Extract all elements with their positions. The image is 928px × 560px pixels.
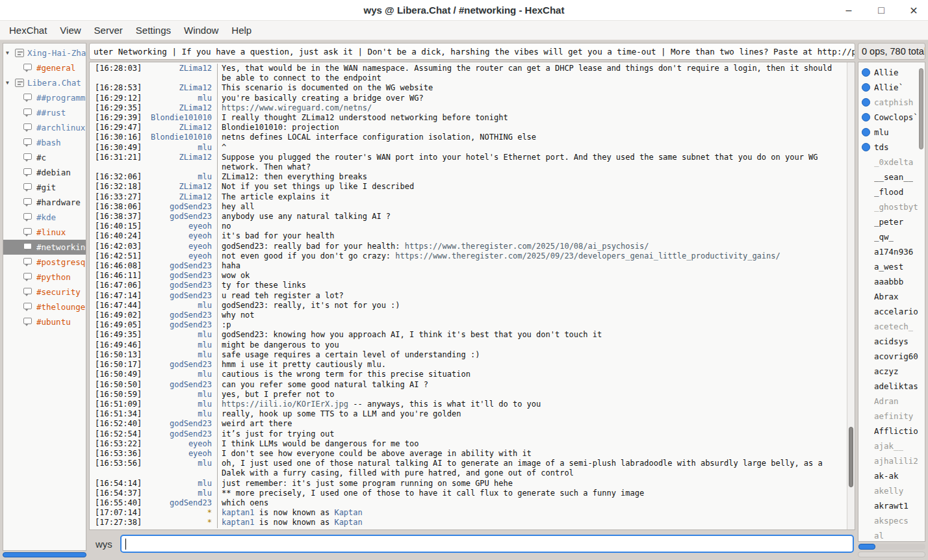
tree-channel--rust[interactable]: ##rust: [3, 105, 86, 120]
tree-channel--linux[interactable]: #linux: [3, 225, 86, 240]
tree-channel--archlinux[interactable]: #archlinux: [3, 120, 86, 135]
channel-icon: [23, 272, 33, 282]
menu-item-hexchat[interactable]: HexChat: [3, 22, 53, 38]
menu-item-view[interactable]: View: [53, 22, 87, 38]
user-list-item[interactable]: aaabbb: [858, 274, 925, 289]
chat-message-row: [16:52:40]godSend23weird art there: [90, 419, 847, 429]
user-list-item[interactable]: _ghostbyt: [858, 199, 925, 214]
user-list-item[interactable]: ajhalili2: [858, 453, 925, 468]
user-list-item[interactable]: catphish: [858, 95, 925, 110]
userlist-hscroll-thumb[interactable]: [858, 544, 875, 550]
userlist-horizontal-scrollbar[interactable]: [858, 544, 925, 550]
user-list-item[interactable]: ajak__: [858, 439, 925, 453]
message-timestamp: [16:49:46]: [90, 340, 144, 350]
user-list-item[interactable]: aefinity: [858, 409, 925, 424]
message-timestamp: [16:28:03]: [90, 64, 144, 83]
user-list-item[interactable]: _0xdelta: [858, 155, 925, 170]
topic-input[interactable]: uter Networking | If you have a question…: [89, 43, 855, 60]
menu-item-window[interactable]: Window: [177, 22, 225, 38]
nick-reference: Kaptan: [334, 518, 362, 527]
message-link[interactable]: https://www.theregister.com/2025/10/08/a…: [405, 242, 649, 251]
message-link[interactable]: https://www.theregister.com/2025/09/23/d…: [395, 251, 780, 261]
user-list-item[interactable]: Allie: [858, 65, 925, 80]
tree-channel--hardware[interactable]: #hardware: [3, 195, 86, 210]
tree-channel--kde[interactable]: #kde: [3, 210, 86, 225]
tree-horizontal-scrollbar[interactable]: [3, 552, 86, 557]
user-list-item[interactable]: _flood: [858, 185, 925, 199]
menu-item-help[interactable]: Help: [225, 22, 258, 38]
user-list-item[interactable]: ak-ak: [858, 468, 925, 483]
tree-channel--programming[interactable]: ##programming: [3, 90, 86, 105]
user-list-item[interactable]: Adran: [858, 394, 925, 409]
chat-message-row: [16:42:03]eyeohgodSend23: really bad for…: [90, 242, 847, 251]
message-text: yes, but I prefer not to: [217, 390, 847, 400]
tree-channel--general[interactable]: #general: [3, 60, 86, 75]
tree-channel--security[interactable]: #security: [3, 285, 86, 299]
chat-vscroll-thumb[interactable]: [849, 427, 853, 487]
server-tree: ▼Xing-Hai-Zhan#general▼Libera.Chat##prog…: [3, 43, 86, 551]
tree-network-xing-hai-zhan[interactable]: ▼Xing-Hai-Zhan: [3, 45, 86, 60]
user-list-item[interactable]: Afflictio: [858, 424, 925, 439]
message-segment: Blondie101010: projection: [222, 123, 339, 132]
userlist-vscroll-thumb[interactable]: [919, 68, 923, 149]
user-nick: _qw_: [874, 232, 894, 242]
message-timestamp: [16:47:44]: [90, 301, 144, 311]
tree-channel--debian[interactable]: #debian: [3, 165, 86, 180]
user-list-item[interactable]: _peter: [858, 214, 925, 229]
user-list-item[interactable]: acidsys: [858, 334, 925, 349]
user-list-item[interactable]: __sean__: [858, 170, 925, 185]
tree-channel--c[interactable]: #c: [3, 150, 86, 165]
expander-icon[interactable]: ▼: [6, 50, 14, 56]
minimize-icon[interactable]: –: [841, 3, 857, 18]
chat-message-row: [16:53:56]mluoh, I just used one of thos…: [90, 459, 847, 478]
user-list-item[interactable]: al: [858, 528, 925, 542]
chat-message-row: [16:46:08]godSend23haha: [90, 261, 847, 271]
maximize-icon[interactable]: □: [873, 3, 889, 18]
user-list-item[interactable]: mlu: [858, 125, 925, 140]
user-list-item[interactable]: akspecs: [858, 513, 925, 528]
user-list-item[interactable]: a_west: [858, 259, 925, 274]
own-nick-label[interactable]: wys: [96, 539, 112, 550]
user-list-item[interactable]: aczyz: [858, 364, 925, 379]
message-input[interactable]: [120, 535, 854, 553]
user-list-item[interactable]: adeliktas: [858, 379, 925, 394]
user-list-item[interactable]: acovrig60: [858, 349, 925, 364]
userlist-secondary-scrollbar[interactable]: [858, 552, 925, 557]
tree-channel--thelounge[interactable]: #thelounge: [3, 299, 86, 314]
tree-channel--networking[interactable]: #networking: [3, 240, 86, 255]
expander-icon[interactable]: ▼: [6, 80, 14, 86]
tree-item-label: #python: [36, 272, 71, 282]
userlist-vertical-scrollbar[interactable]: [918, 64, 924, 540]
user-list-item[interactable]: accelario: [858, 304, 925, 319]
tree-hscroll-thumb[interactable]: [3, 552, 86, 557]
user-list-item[interactable]: Cowclops`: [858, 110, 925, 125]
menu-item-server[interactable]: Server: [88, 22, 129, 38]
message-link[interactable]: https://www.wireguard.com/netns/: [222, 103, 372, 112]
message-text: This scenario is documented on the WG we…: [217, 83, 847, 93]
user-list-item[interactable]: Allie`: [858, 80, 925, 95]
user-list-item[interactable]: _qw_: [858, 229, 925, 244]
tree-channel--bash[interactable]: #bash: [3, 135, 86, 150]
user-list-item[interactable]: tds: [858, 140, 925, 155]
tree-item-label: #postgresql: [36, 257, 86, 267]
user-list-item[interactable]: Abrax: [858, 289, 925, 304]
user-list-item[interactable]: akelly: [858, 483, 925, 498]
tree-network-libera-chat[interactable]: ▼Libera.Chat: [3, 75, 86, 90]
chat-message-row: [16:29:47]ZLima12Blondie101010: projecti…: [90, 123, 847, 133]
tree-channel--git[interactable]: #git: [3, 180, 86, 195]
user-list-item[interactable]: akrawt1: [858, 498, 925, 513]
server-icon: [15, 49, 24, 57]
tree-channel--python[interactable]: #python: [3, 270, 86, 285]
user-list-item[interactable]: a174n936: [858, 244, 925, 259]
tree-channel--postgresql[interactable]: #postgresql: [3, 255, 86, 270]
tree-channel--ubuntu[interactable]: #ubuntu: [3, 314, 86, 329]
message-link[interactable]: https://iili.io/KOrIErX.jpg: [222, 400, 348, 409]
user-list-item[interactable]: acetech_: [858, 319, 925, 334]
close-icon[interactable]: ✕: [906, 3, 922, 18]
message-timestamp: [16:52:40]: [90, 419, 144, 429]
message-nick: mlu: [144, 143, 217, 153]
message-text: which oens: [217, 498, 847, 508]
chat-vertical-scrollbar[interactable]: [847, 62, 855, 529]
message-timestamp: [16:51:09]: [90, 400, 144, 409]
menu-item-settings[interactable]: Settings: [129, 22, 177, 38]
